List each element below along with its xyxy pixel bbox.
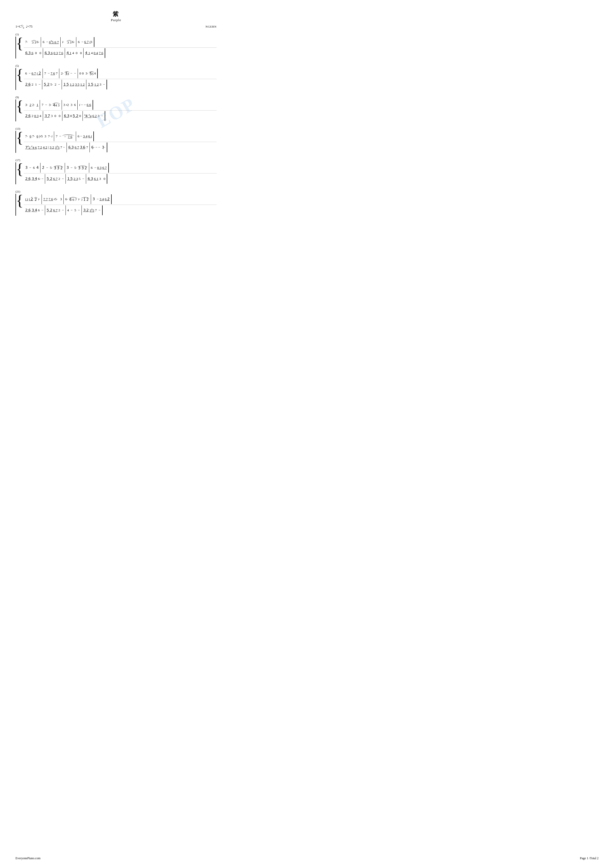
bar-1-2: 6 − 6#5 6 7 — [41, 37, 61, 47]
grand-staff-13: { 7· 6 7· 6 |#5 3 7· i 7 − − 7 6 6 − 3 4… — [16, 131, 217, 153]
section-label-21: (21) — [16, 190, 217, 193]
arc-1: 3 3 — [31, 40, 37, 45]
brace-9: { — [16, 99, 24, 121]
section-13: (13) { 7· 6 7· 6 |#5 3 7· i 7 − − 7 6 6 … — [16, 127, 217, 153]
grand-staff-1: { 7· 3 36· 6 − 6#5 6 7 i· 3 36· — [16, 37, 217, 59]
section-17: (17) { 3̇ − 6 4̇ 2̇ − 5· 3̂ 3̂ 2̇ 3̇ − 5… — [16, 158, 217, 184]
bar-17-3: 3̇ − 5· 3̂ 3̂ 2̇ — [65, 163, 89, 173]
bar-5-b4: 1̣ 5̣ 1 2 3 − — [86, 80, 107, 90]
bar-17-b2: 5̣ 2̣ 6 7 2 − — [45, 174, 65, 184]
grand-staff-5: { 6 − 6 7 i 2̇ 7 − 7 6 7 2· 3̂3 − − 0 0 … — [16, 68, 217, 90]
grand-staff-17: { 3̇ − 6 4̇ 2̇ − 5· 3̂ 3̂ 2̇ 3̇ − 5· 3̂ … — [16, 162, 217, 184]
staves-5: 6 − 6 7 i 2̇ 7 − 7 6 7 2· 3̂3 − − 0 0 3·… — [24, 68, 217, 90]
staff-top-9: 3· 2 2· 1 7 − 3· 4̂4 3 3 #2 3 6 i − − 6 … — [24, 99, 217, 110]
arc-2: 3 3 — [67, 40, 72, 45]
bar-13-3: 6 − 3 4 6 i — [76, 132, 94, 141]
brace-17: { — [16, 162, 24, 184]
bar-9-b1: 2̣ 6̣ 2 0 3 4 — [24, 111, 43, 121]
staff-top-21: i i i 2̇ 2̇ i· 7 7 7 6 #5· 3 6· 6̂ 6 7 i… — [24, 194, 217, 205]
section-9: (9) { 3· 2 2· 1 7 − 3· 4̂4 3 3 #2 3 6 i — [16, 96, 217, 121]
staff-bottom-9: 2̣ 6̣ 2 0 3 4 3̣ 7̣ 3 0 0 6̣ 3̣ 0 5̣ 2̣ … — [24, 110, 217, 121]
bar-13-b1: 7̣#2 #4 6 7 2 4 2 | 3 2 3#5 7 − — [24, 143, 67, 152]
bar-17-b1: 2̣ 6̣ 3̣ 4̣ 6· − — [24, 174, 45, 184]
bar-5-3: 2· 3̂3 − − — [59, 68, 78, 78]
staves-21: i i i 2̇ 2̇ i· 7 7 7 6 #5· 3 6· 6̂ 6 7 i… — [24, 194, 217, 216]
section-label-5: (5) — [16, 64, 217, 67]
staff-top-17: 3̇ − 6 4̇ 2̇ − 5· 3̂ 3̂ 2̇ 3̇ − 5· 3̂ 3̂… — [24, 162, 217, 174]
title-chinese: 紫 — [16, 10, 217, 18]
staff-bottom-5: 2̣ 6̣ 2 1 − 5̣ 2̣ 5· 2 − 1̣ 5̣ 1 2 3 5 1… — [24, 79, 217, 90]
bar-1-b1: 6̣ 3̣ 6 0 0 — [24, 48, 43, 58]
bar-21-b3: 4 − 5 − — [66, 205, 82, 215]
staves-9: 3· 2 2· 1 7 − 3· 4̂4 3 3 #2 3 6 i − − 6 … — [24, 99, 217, 121]
title-english: Purple — [16, 18, 217, 22]
bar-1-3: i· 3 36· — [61, 37, 76, 47]
header-row: 1=C4⁄4 ♩=75 NGERN — [16, 24, 217, 29]
staves-1: 7· 3 36· 6 − 6#5 6 7 i· 3 36· 6 − 6 7 — [24, 37, 217, 59]
page-content: EOP 紫 Purple 1=C4⁄4 ♩=75 NGERN (1) { 7· … — [16, 10, 217, 216]
brace-1: { — [16, 37, 24, 59]
bar-21-1: i i i 2̇ 2̇ i· — [24, 194, 42, 204]
bar-13-1: 7· 6 7· 6 |#5 3 7· i — [24, 132, 54, 141]
brace-21: { — [16, 194, 24, 216]
bar-21-b1: 2̣ 6̣ 3̣ 4̣ 6 − — [24, 205, 45, 215]
staff-bottom-21: 2̣ 6̣ 3̣ 4̣ 6 − 5̣ 2̣ 6 7 2 − 4 − 5 − 3̣… — [24, 205, 217, 216]
staves-17: 3̇ − 6 4̇ 2̇ − 5· 3̂ 3̂ 2̇ 3̇ − 5· 3̂ 3̂… — [24, 162, 217, 184]
bar-21-2: 7 7 7 6 #5· 3 — [42, 194, 64, 204]
bar-17-b3: 1̣ 5̣ 2 3 5 − — [66, 174, 86, 184]
staff-top-13: 7· 6 7· 6 |#5 3 7· i 7 − − 7 6 6 − 3 4 6… — [24, 131, 217, 142]
staff-bottom-13: 7̣#2 #4 6 7 2 4 2 | 3 2 3#5 7 − 6̣ 3̣ 6 … — [24, 142, 217, 153]
staff-top-5: 6 − 6 7 i 2̇ 7 − 7 6 7 2· 3̂3 − − 0 0 3·… — [24, 68, 217, 79]
bar-9-4: i − − 6 6 — [78, 100, 93, 110]
bar-9-b2: 3̣ 7̣ 3 0 0 — [43, 111, 62, 121]
bar-21-b2: 5̣ 2̣ 6 7 2 − — [45, 205, 65, 215]
bar-5-b2: 5̣ 2̣ 5· 2 − — [42, 80, 62, 90]
bar-5-b3: 1̣ 5̣ 1 2 3 5 1 2 — [62, 80, 86, 90]
brace-5: { — [16, 68, 24, 90]
title-section: 紫 Purple — [16, 10, 217, 22]
bar-17-b4: 6̣ 3̣ 6 1 3 0 — [86, 174, 107, 184]
bar-17-2: 2̇ − 5· 3̂ 3̂ 2̇ — [40, 163, 65, 173]
bar-9-b3: 6̣ 3̣ 0 5̣ 2̣ 0 — [62, 111, 83, 121]
staves-13: 7· 6 7· 6 |#5 3 7· i 7 − − 7 6 6 − 3 4 6… — [24, 131, 217, 153]
staff-bottom-1: 6̣ 3̣ 6 0 0 6̣ 3̣ 6 0 3 7 6 4̣ 1 4 0 0 4… — [24, 48, 217, 59]
bar-5-b1: 2̣ 6̣ 2 1 − — [24, 80, 42, 90]
brace-13: { — [16, 131, 24, 153]
bar-5-2: 7 − 7 6 7 — [43, 68, 59, 78]
bar-5-1: 6 − 6 7 i 2̇ — [24, 68, 43, 78]
bar-1-1: 7· 3 36· — [24, 37, 41, 47]
bar-5-4: 0 0 3· 5̂54 — [78, 68, 98, 78]
staff-bottom-17: 2̣ 6̣ 3̣ 4̣ 6· − 5̣ 2̣ 6 7 2 − 1̣ 5̣ 2 3… — [24, 174, 217, 184]
bar-21-4: 3̇ − 3 4 6 2̇ — [91, 194, 112, 204]
key-tempo: 1=C4⁄4 ♩=75 — [16, 24, 33, 29]
bar-21-b4: 3̣ 2̣ 3#5 7 − — [82, 205, 103, 215]
bar-21-3: 6· 6̂ 6 7 i· i 1̇ 2̇ — [64, 194, 91, 204]
section-label-17: (17) — [16, 158, 217, 161]
bar-9-1: 3· 2 2· 1 — [24, 100, 40, 110]
section-1: (1) { 7· 3 36· 6 − 6#5 6 7 i· — [16, 33, 217, 59]
bar-9-2: 7 − 3· 4̂4 3 — [40, 100, 62, 110]
grand-staff-21: { i i i 2̇ 2̇ i· 7 7 7 6 #5· 3 6· 6̂ 6 7… — [16, 194, 217, 216]
grand-staff-9: { 3· 2 2· 1 7 − 3· 4̂4 3 3 #2 3 6 i − − … — [16, 99, 217, 121]
bar-1-4: 6 − 6 7 i3 — [76, 37, 94, 47]
bar-9-3: 3 #2 3 6 — [62, 100, 78, 110]
section-5: (5) { 6 − 6 7 i 2̇ 7 − 7 6 7 2· 3̂3 − − … — [16, 64, 217, 90]
section-label-13: (13) — [16, 127, 217, 130]
bar-13-b2: 6̣ 3̣ 6 7 3̣ 6̣ 7 — [67, 143, 90, 152]
section-label-1: (1) — [16, 33, 217, 36]
section-label-9: (9) — [16, 96, 217, 99]
bar-9-b4: #4̣ #4 6 2 3 − — [83, 111, 105, 121]
bar-13-2: 7 − − 7 6 — [54, 132, 76, 141]
staff-top-1: 7· 3 36· 6 − 6#5 6 7 i· 3 36· 6 − 6 7 — [24, 37, 217, 48]
bar-1-b3: 4̣ 1 4 0 0 — [65, 48, 84, 58]
section-21: (21) { i i i 2̇ 2̇ i· 7 7 7 6 #5· 3 6· 6… — [16, 190, 217, 216]
bar-1-b4: 4̣ 1 4 0 4 7 6 — [84, 48, 105, 58]
bar-17-4: 6 − 0 3 6 7 — [89, 163, 109, 173]
bar-13-b3: 6̣· − − 3̣· — [90, 143, 107, 152]
composer: NGERN — [205, 25, 217, 28]
bar-1-b2: 6̣ 3̣ 6 0 3 7 6 — [43, 48, 65, 58]
bar-17-1: 3̇ − 6 4̇ — [24, 163, 41, 173]
